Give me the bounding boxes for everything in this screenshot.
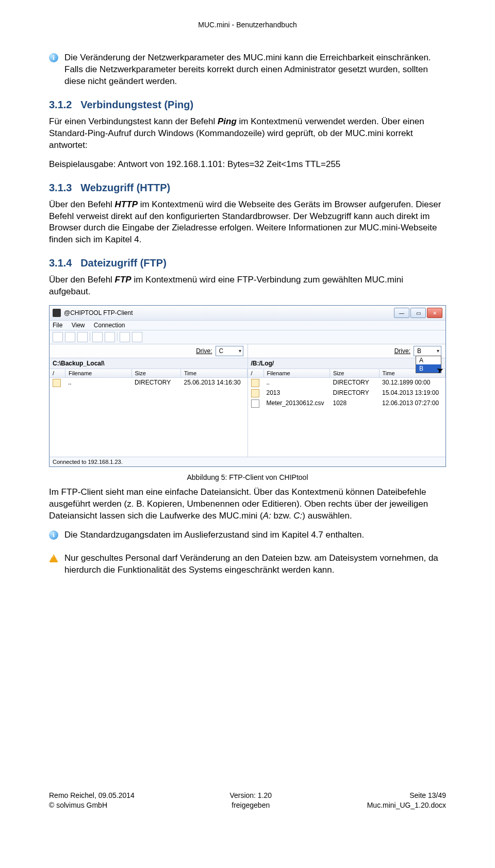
cell: Meter_20130612.csv bbox=[263, 399, 330, 408]
toolbar-separator bbox=[90, 332, 90, 341]
warning-icon bbox=[49, 554, 58, 562]
warning-note: Nur geschultes Personal darf Veränderung… bbox=[49, 553, 446, 576]
col-size[interactable]: Size bbox=[132, 369, 182, 377]
cell: 30.12.1899 00:00 bbox=[379, 378, 446, 388]
drive-selector-right: Drive: B A B ➤ bbox=[248, 344, 446, 358]
toolbar-button[interactable] bbox=[65, 332, 75, 342]
footer-status: freigegeben bbox=[229, 800, 272, 810]
sec314-para: Über den Befehl FTP im Kontextmenü wird … bbox=[49, 274, 446, 298]
ftp-window-title: @CHIPTOOL FTP-Client bbox=[64, 309, 133, 316]
info-icon: i bbox=[49, 530, 58, 540]
menu-file[interactable]: File bbox=[53, 322, 62, 329]
cell: DIRECTORY bbox=[131, 378, 181, 388]
drive-a: A: bbox=[263, 511, 271, 521]
drive-select-right[interactable]: B bbox=[414, 346, 441, 356]
path-left: C:\Backup_Local\ bbox=[50, 358, 248, 369]
table-row[interactable]: .. DIRECTORY 30.12.1899 00:00 bbox=[248, 378, 446, 388]
section-3-1-4-heading: 3.1.4 Dateizugriff (FTP) bbox=[49, 257, 446, 269]
sec312-para1: Für einen Verbindungstest kann der Befeh… bbox=[49, 116, 446, 152]
sec-title: Dateizugriff (FTP) bbox=[80, 257, 167, 269]
sec-num: 3.1.3 bbox=[49, 182, 72, 193]
col-filename[interactable]: Filename bbox=[65, 369, 132, 377]
sec-title: Webzugriff (HTTP) bbox=[80, 182, 170, 193]
cell: 12.06.2013 07:27:00 bbox=[379, 399, 446, 408]
menu-view[interactable]: View bbox=[72, 322, 85, 329]
footer-center: Version: 1.20 freigegeben bbox=[229, 791, 272, 810]
cmd-ping: Ping bbox=[218, 116, 237, 126]
toolbar-button[interactable] bbox=[132, 332, 142, 342]
col-size[interactable]: Size bbox=[330, 369, 380, 377]
folder-up-icon bbox=[251, 379, 259, 387]
toolbar-button[interactable] bbox=[53, 332, 63, 342]
toolbar-button[interactable] bbox=[105, 332, 115, 342]
cell: 25.06.2013 14:16:30 bbox=[181, 378, 248, 388]
text: bzw. bbox=[271, 511, 293, 521]
folder-icon bbox=[251, 389, 259, 397]
footer-filename: Muc.mini_UG_1.20.docx bbox=[367, 800, 446, 810]
toolbar-button[interactable] bbox=[92, 332, 103, 342]
footer-author-date: Remo Reichel, 09.05.2014 bbox=[49, 791, 135, 800]
window-close-button[interactable]: ✕ bbox=[427, 308, 442, 318]
text: ) auswählen. bbox=[302, 511, 352, 521]
info-note-2: i Die Standardzugangsdaten im Auslieferz… bbox=[49, 529, 446, 541]
col-filename[interactable]: Filename bbox=[264, 369, 331, 377]
section-3-1-2-heading: 3.1.2 Verbindungstest (Ping) bbox=[49, 99, 446, 111]
info-icon: i bbox=[49, 53, 58, 62]
drive-select-left[interactable]: C bbox=[216, 346, 243, 356]
cell: DIRECTORY bbox=[329, 378, 379, 388]
sec313-para: Über den Befehl HTTP im Kontextmenü wird… bbox=[49, 199, 446, 246]
sec-title: Verbindungstest (Ping) bbox=[80, 99, 193, 110]
text: Über den Befehl bbox=[49, 275, 115, 285]
info-note-2-text: Die Standardzugangsdaten im Auslieferzus… bbox=[64, 530, 364, 540]
footer-page: Seite 13/49 bbox=[367, 791, 446, 800]
col-icon[interactable]: / bbox=[50, 369, 65, 377]
post-figure-para: Im FTP-Client sieht man eine einfache Da… bbox=[49, 487, 446, 522]
cell: 15.04.2013 13:19:00 bbox=[379, 389, 446, 398]
drive-selector-left: Drive: C bbox=[50, 344, 248, 358]
footer-right: Seite 13/49 Muc.mini_UG_1.20.docx bbox=[367, 791, 446, 810]
drive-option-a[interactable]: A bbox=[416, 356, 441, 364]
toolbar-button[interactable] bbox=[77, 332, 88, 342]
cell: .. bbox=[65, 378, 131, 388]
text: Im FTP-Client sieht man eine einfache Da… bbox=[49, 487, 428, 521]
window-maximize-button[interactable]: ▭ bbox=[410, 308, 426, 318]
table-row[interactable]: Meter_20130612.csv 1028 12.06.2013 07:27… bbox=[248, 398, 446, 409]
footer-version: Version: 1.20 bbox=[229, 791, 272, 800]
doc-header: MUC.mini - Benutzerhandbuch bbox=[49, 21, 446, 29]
figure-caption: Abbildung 5: FTP-Client von CHIPtool bbox=[49, 473, 446, 481]
ftp-app-icon bbox=[53, 309, 61, 317]
drive-label: Drive: bbox=[394, 347, 410, 355]
ftp-statusbar: Connected to 192.168.1.23. bbox=[50, 457, 446, 466]
cell: 1028 bbox=[329, 399, 379, 408]
text: Über den Befehl bbox=[49, 199, 115, 209]
drive-c: C: bbox=[293, 511, 302, 521]
info-note-1: i Die Veränderung der Netzwerkparameter … bbox=[49, 52, 446, 88]
footer-copyright: © solvimus GmbH bbox=[49, 800, 135, 810]
file-list-right: / Filename Size Time .. DIRECTORY 30.12.… bbox=[248, 369, 446, 457]
menu-connection[interactable]: Connection bbox=[94, 322, 125, 329]
file-icon bbox=[251, 399, 259, 408]
col-time[interactable]: Time bbox=[181, 369, 248, 377]
sec-num: 3.1.2 bbox=[49, 99, 72, 110]
drive-label: Drive: bbox=[196, 347, 212, 355]
info-note-1-text: Die Veränderung der Netzwerkparameter de… bbox=[64, 53, 431, 86]
toolbar-button[interactable] bbox=[120, 332, 130, 342]
ftp-titlebar: @CHIPTOOL FTP-Client ― ▭ ✕ bbox=[50, 306, 446, 321]
table-row[interactable]: .. DIRECTORY 25.06.2013 14:16:30 bbox=[50, 378, 248, 388]
sec-num: 3.1.4 bbox=[49, 257, 72, 269]
cell: 2013 bbox=[263, 389, 330, 398]
section-3-1-3-heading: 3.1.3 Webzugriff (HTTP) bbox=[49, 182, 446, 194]
ftp-client-window: @CHIPTOOL FTP-Client ― ▭ ✕ File View Con… bbox=[49, 305, 446, 467]
cell: DIRECTORY bbox=[329, 389, 379, 398]
table-row[interactable]: 2013 DIRECTORY 15.04.2013 13:19:00 bbox=[248, 388, 446, 398]
col-icon[interactable]: / bbox=[248, 369, 264, 377]
cmd-http: HTTP bbox=[115, 199, 138, 209]
cmd-ftp: FTP bbox=[115, 275, 131, 285]
cell: .. bbox=[263, 378, 330, 388]
toolbar-separator bbox=[117, 332, 118, 341]
warning-text: Nur geschultes Personal darf Veränderung… bbox=[64, 553, 438, 575]
folder-up-icon bbox=[53, 379, 61, 387]
text: Für einen Verbindungstest kann der Befeh… bbox=[49, 116, 218, 126]
ftp-menubar: File View Connection bbox=[50, 321, 446, 330]
window-minimize-button[interactable]: ― bbox=[394, 308, 409, 318]
